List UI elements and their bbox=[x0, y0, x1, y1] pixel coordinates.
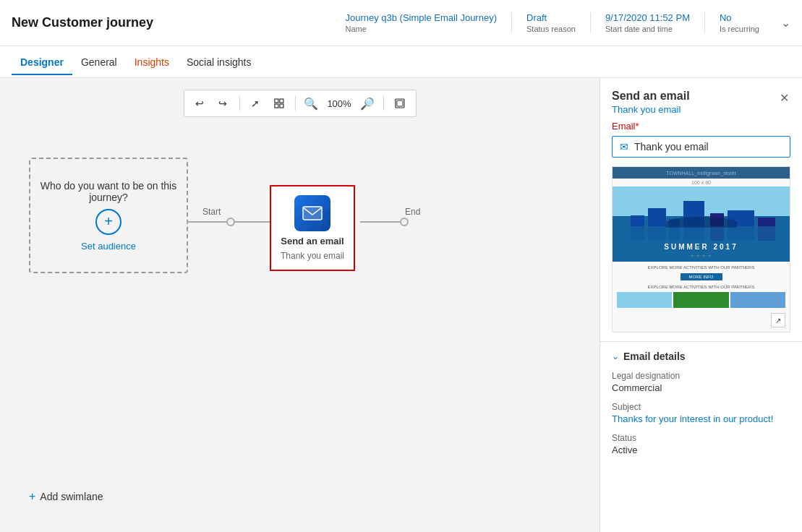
email-preview: TOWNHALL_midtgrown_street 100 x 80 bbox=[612, 166, 790, 332]
tab-general[interactable]: General bbox=[72, 49, 126, 75]
email-field-value: Thank you email bbox=[634, 141, 709, 153]
status-label: Status reason bbox=[526, 25, 576, 33]
main-area: ↩ ↪ ➚ 🔍 100% 🔎 bbox=[0, 78, 802, 532]
designer-canvas[interactable]: ↩ ↪ ➚ 🔍 100% 🔎 bbox=[0, 78, 600, 532]
subject-item: Subject Thanks for your interest in our … bbox=[612, 402, 790, 424]
subject-value: Thanks for your interest in our product! bbox=[612, 413, 790, 424]
journey-name-value: Journey q3b (Simple Email Journey) bbox=[345, 12, 497, 23]
email-node-subtitle: Thank you email bbox=[281, 251, 344, 261]
status-item: Status Active bbox=[612, 433, 790, 455]
redo-button[interactable]: ↪ bbox=[213, 93, 233, 113]
start-date-label: Start date and time bbox=[605, 25, 690, 33]
email-node[interactable]: Send an email Thank you email bbox=[270, 185, 355, 271]
legal-designation-item: Legal designation Commercial bbox=[612, 371, 790, 393]
recurring-meta: No Is recurring bbox=[705, 12, 774, 33]
email-details-header[interactable]: ⌄ Email details bbox=[612, 351, 790, 362]
preview-city-image bbox=[613, 186, 790, 241]
svg-rect-5 bbox=[397, 100, 403, 106]
right-panel: Send an email Thank you email ✕ Email* ✉… bbox=[600, 78, 802, 532]
grid-button[interactable] bbox=[268, 93, 289, 113]
toolbar-separator-3 bbox=[383, 96, 384, 111]
audience-text: Who do you want to be on this journey? bbox=[30, 180, 187, 203]
expand-button[interactable]: ➚ bbox=[245, 93, 265, 113]
start-date-meta: 9/17/2020 11:52 PM Start date and time bbox=[591, 12, 705, 33]
preview-summer-text: SUMMER 2017 bbox=[613, 241, 790, 253]
connector-end bbox=[360, 218, 409, 226]
recurring-label: Is recurring bbox=[720, 25, 759, 33]
tabs-bar: Designer General Insights Social insight… bbox=[0, 46, 802, 78]
email-field-label: Email* bbox=[612, 121, 790, 132]
panel-title: Send an email bbox=[612, 90, 690, 103]
end-circle bbox=[400, 218, 409, 226]
add-swimlane-icon: + bbox=[29, 490, 35, 503]
email-node-title: Send an email bbox=[281, 236, 344, 246]
svg-rect-6 bbox=[303, 207, 322, 220]
connector-line-3 bbox=[360, 221, 400, 223]
connector-start bbox=[187, 218, 277, 226]
audience-box: Who do you want to be on this journey? +… bbox=[29, 158, 188, 273]
email-field-section: Email* ✉ Thank you email bbox=[600, 121, 802, 166]
journey-name-meta: Journey q3b (Simple Email Journey) Name bbox=[330, 12, 512, 33]
status-value: Draft bbox=[526, 12, 576, 23]
email-icon-box bbox=[294, 195, 330, 231]
preview-size: 100 x 80 bbox=[613, 179, 790, 186]
zoom-in-button[interactable]: 🔎 bbox=[357, 93, 377, 113]
preview-thumb-2 bbox=[673, 292, 728, 308]
add-swimlane-button[interactable]: + Add swimlane bbox=[29, 490, 103, 503]
legal-designation-label: Legal designation bbox=[612, 371, 790, 381]
panel-subtitle: Thank you email bbox=[612, 104, 690, 115]
fit-button[interactable] bbox=[390, 93, 410, 113]
panel-close-button[interactable]: ✕ bbox=[778, 90, 790, 106]
add-swimlane-label: Add swimlane bbox=[40, 491, 103, 502]
legal-designation-value: Commercial bbox=[612, 382, 790, 393]
preview-thumbnails bbox=[613, 291, 790, 309]
journey-name-label: Name bbox=[345, 25, 497, 33]
tab-insights[interactable]: Insights bbox=[126, 49, 178, 75]
email-field-input[interactable]: ✉ Thank you email bbox=[612, 136, 790, 158]
start-label: Start bbox=[202, 207, 221, 217]
email-input-icon: ✉ bbox=[620, 141, 628, 153]
svg-rect-3 bbox=[279, 104, 283, 108]
preview-body-text: EXPLORE MORE ACTIVITIES WITH OUR PARTNER… bbox=[613, 262, 790, 273]
preview-year-text: ⋆ ⋆ ⋆ ⋆ bbox=[613, 253, 790, 262]
email-node-inner: Send an email Thank you email bbox=[280, 195, 345, 261]
subject-label: Subject bbox=[612, 402, 790, 412]
preview-topbar-text: TOWNHALL_midtgrown_street bbox=[666, 171, 735, 176]
connector-line-2 bbox=[235, 221, 271, 223]
add-audience-button[interactable]: + bbox=[95, 209, 121, 235]
header-meta: Journey q3b (Simple Email Journey) Name … bbox=[330, 12, 774, 33]
tab-social-insights[interactable]: Social insights bbox=[178, 49, 260, 75]
svg-rect-2 bbox=[274, 104, 278, 108]
undo-button[interactable]: ↩ bbox=[189, 93, 210, 113]
svg-rect-0 bbox=[274, 99, 278, 103]
preview-topbar: TOWNHALL_midtgrown_street bbox=[613, 167, 790, 179]
tab-designer[interactable]: Designer bbox=[12, 49, 72, 75]
page-title: New Customer journey bbox=[12, 15, 153, 30]
preview-expand-button[interactable]: ↗ bbox=[771, 313, 785, 327]
details-collapse-icon: ⌄ bbox=[612, 351, 619, 361]
preview-explore-text: EXPLORE MORE ACTIVITIES WITH OUR PARTNER… bbox=[613, 283, 790, 291]
header-expand-icon[interactable]: ⌄ bbox=[781, 16, 790, 30]
header: New Customer journey Journey q3b (Simple… bbox=[0, 0, 802, 46]
email-details-title: Email details bbox=[623, 351, 686, 362]
email-icon bbox=[302, 206, 323, 220]
toolbar-separator-1 bbox=[239, 96, 239, 111]
start-circle bbox=[226, 218, 235, 226]
connector-line-1 bbox=[187, 221, 226, 223]
preview-btn: MORE INFO bbox=[681, 273, 722, 280]
status-detail-value: Active bbox=[612, 445, 790, 455]
preview-thumb-3 bbox=[730, 292, 785, 308]
set-audience-link[interactable]: Set audience bbox=[81, 241, 136, 252]
email-details-section: ⌄ Email details Legal designation Commer… bbox=[600, 341, 802, 473]
start-date-value: 9/17/2020 11:52 PM bbox=[605, 12, 690, 23]
preview-water bbox=[613, 226, 790, 241]
status-meta: Draft Status reason bbox=[512, 12, 591, 33]
end-label: End bbox=[405, 207, 420, 217]
zoom-out-button[interactable]: 🔍 bbox=[301, 93, 321, 113]
recurring-value: No bbox=[720, 12, 759, 23]
toolbar-separator-2 bbox=[294, 96, 295, 111]
email-preview-content: TOWNHALL_midtgrown_street 100 x 80 bbox=[613, 167, 790, 332]
panel-title-group: Send an email Thank you email bbox=[612, 90, 690, 115]
canvas-toolbar: ↩ ↪ ➚ 🔍 100% 🔎 bbox=[183, 90, 416, 117]
preview-thumb-1 bbox=[617, 292, 672, 308]
